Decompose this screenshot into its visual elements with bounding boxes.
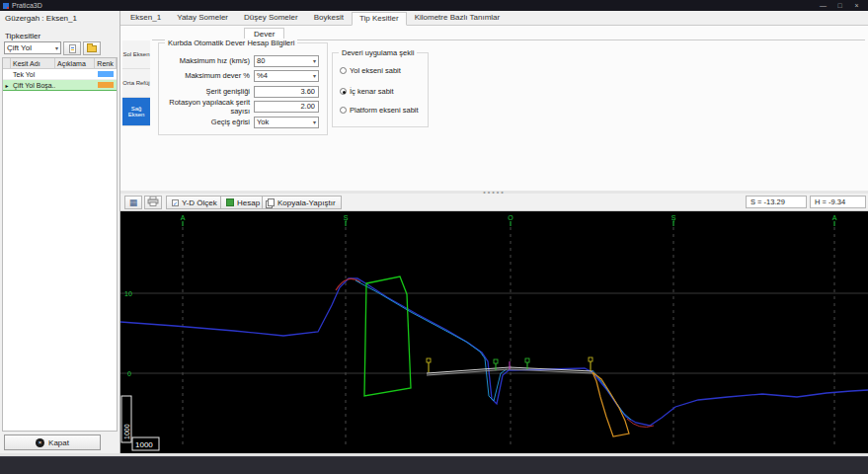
cut-slope-left bbox=[355, 280, 507, 401]
field-label-lane-width: Şerit genişliği bbox=[163, 87, 254, 96]
kapat-label: Kapat bbox=[48, 438, 69, 447]
marker-label: A bbox=[181, 214, 186, 221]
v-scale-label: 1000 bbox=[123, 424, 130, 439]
yd-scale-toggle[interactable]: ✓ Y-D Ölçek bbox=[166, 196, 223, 209]
sidenav-sag-eksen[interactable]: Sağ Eksen bbox=[122, 98, 150, 126]
y-axis-label-10: 10 bbox=[124, 290, 132, 297]
window-controls: — □ × bbox=[815, 2, 865, 9]
lane-marker-flag bbox=[525, 358, 529, 362]
grid-view-button[interactable]: ▦ bbox=[124, 196, 142, 209]
app-logo-icon bbox=[3, 3, 9, 9]
document-icon bbox=[69, 44, 76, 53]
s-value-box: S = -13.29 bbox=[746, 196, 807, 208]
copy-paste-label: Kopyala-Yapıştır bbox=[277, 198, 336, 207]
tab-boykesit[interactable]: Boykesit bbox=[306, 11, 352, 25]
row-selector-icon: ▸ bbox=[5, 83, 8, 89]
yd-scale-label: Y-D Ölçek bbox=[182, 198, 217, 207]
taskbar[interactable] bbox=[0, 456, 868, 474]
lane-width-input[interactable] bbox=[254, 86, 319, 98]
tipkesitler-label: Tipkesitler bbox=[5, 32, 40, 40]
checkbox-icon: ✓ bbox=[172, 199, 179, 206]
scale-indicators: 1000 1000 bbox=[121, 396, 159, 450]
marker-label: Ş bbox=[671, 214, 676, 222]
lane-edge-flag bbox=[427, 358, 431, 362]
section-table: Kesit Adı Açıklama Renk Tek Yol ▸ Çift Y… bbox=[2, 57, 118, 432]
chevron-down-icon: ▾ bbox=[313, 118, 316, 125]
table-row-selected[interactable]: ▸ Çift Yol Boşa... bbox=[3, 80, 117, 91]
chevron-down-icon: ▾ bbox=[313, 72, 316, 79]
radio-label: Platform ekseni sabit bbox=[350, 106, 419, 115]
col-aciklama: Açıklama bbox=[55, 58, 95, 68]
minimize-button[interactable]: — bbox=[815, 2, 831, 9]
group-title: Kurbda Otomatik Dever Hesap Bilgileri bbox=[165, 39, 297, 47]
main-tabbar: Eksen_1 Yatay Someler Düşey Someler Boyk… bbox=[120, 11, 868, 26]
sidenav-sol-eksen[interactable]: Sol Eksen bbox=[122, 40, 150, 69]
copy-icon bbox=[268, 198, 275, 206]
type-select[interactable]: Çift Yol ▾ bbox=[4, 41, 61, 54]
h-value-box: H = -9.34 bbox=[810, 196, 866, 208]
radio-yol-ekseni-sabit[interactable]: Yol ekseni sabit bbox=[340, 66, 401, 75]
calculator-icon bbox=[226, 198, 234, 206]
transition-curve-select[interactable]: Yok ▾ bbox=[254, 117, 319, 128]
maximize-button[interactable]: □ bbox=[831, 2, 848, 9]
max-speed-select[interactable]: 80 ▾ bbox=[254, 55, 319, 67]
radio-icon bbox=[340, 67, 347, 74]
cross-section-canvas[interactable]: A Ş O Ş A 10 0 bbox=[120, 211, 868, 453]
selector-header bbox=[3, 58, 11, 68]
y-axis-label-0: 0 bbox=[127, 370, 131, 377]
tab-yatay-someler[interactable]: Yatay Someler bbox=[169, 11, 236, 25]
table-grid-icon: ▦ bbox=[129, 198, 138, 207]
color-swatch bbox=[98, 82, 114, 88]
lane-marker-flag bbox=[494, 359, 498, 363]
max-dever-value: %4 bbox=[257, 71, 268, 80]
chevron-down-icon: ▾ bbox=[55, 44, 58, 51]
tab-kilometre-bazli[interactable]: Kilometre Bazlı Tanımlar bbox=[407, 11, 509, 25]
open-folder-button[interactable] bbox=[83, 41, 101, 55]
row-desc bbox=[55, 80, 95, 90]
marker-label: Ş bbox=[344, 214, 349, 222]
radio-platform-ekseni-sabit[interactable]: Platform ekseni sabit bbox=[340, 106, 419, 115]
title-bar: Pratica3D — □ × bbox=[0, 0, 868, 11]
max-speed-value: 80 bbox=[257, 56, 265, 65]
kapat-button[interactable]: × Kapat bbox=[4, 434, 101, 450]
printer-icon bbox=[147, 197, 159, 206]
sidenav-orta-refuj[interactable]: Orta Refüj bbox=[122, 69, 150, 98]
radio-label: Yol ekseni sabit bbox=[350, 66, 401, 75]
cross-section-svg[interactable]: A Ş O Ş A 10 0 bbox=[120, 211, 868, 453]
col-renk: Renk bbox=[95, 58, 117, 68]
axis-side-nav: Sol Eksen Orta Refüj Sağ Eksen bbox=[122, 40, 150, 126]
row-desc bbox=[55, 69, 95, 79]
close-button[interactable]: × bbox=[848, 2, 865, 9]
copy-paste-button[interactable]: Kopyala-Yapıştır bbox=[262, 196, 342, 209]
lane-edge-flag bbox=[589, 357, 592, 361]
field-label-max-speed: Maksimum hız (km/s) bbox=[163, 56, 254, 65]
hesap-button[interactable]: Hesap bbox=[220, 196, 266, 209]
edit-section-button[interactable] bbox=[63, 41, 81, 55]
tab-tip-kesitler[interactable]: Tip Kesitler bbox=[352, 12, 407, 26]
folder-icon bbox=[87, 45, 97, 52]
type-select-value: Çift Yol bbox=[7, 43, 32, 52]
app-window: Pratica3D — □ × Güzergah : Eksen_1 Tipke… bbox=[0, 0, 868, 474]
field-label-transition-curve: Geçiş eğrisi bbox=[163, 118, 254, 126]
close-circle-icon: × bbox=[36, 438, 44, 447]
type-row: Çift Yol ▾ bbox=[4, 41, 101, 55]
tab-eksen1[interactable]: Eksen_1 bbox=[122, 11, 169, 25]
grid-lines bbox=[120, 227, 868, 448]
window-title: Pratica3D bbox=[12, 2, 42, 9]
tip-kesitler-content: Dever Sol Eksen Orta Refüj Sağ Eksen Kur… bbox=[120, 26, 868, 191]
radio-checked-icon bbox=[340, 88, 347, 95]
main-area: Eksen_1 Yatay Someler Düşey Someler Boyk… bbox=[120, 11, 868, 453]
max-dever-select[interactable]: %4 ▾ bbox=[254, 70, 319, 82]
field-label-rotation-lanes: Rotasyon yapılacak şerit sayısı bbox=[163, 98, 254, 116]
tab-dusey-someler[interactable]: Düşey Someler bbox=[236, 11, 306, 25]
print-button[interactable] bbox=[144, 196, 162, 209]
row-name: Çift Yol Boşa... bbox=[11, 80, 55, 90]
radio-label: İç kenar sabit bbox=[350, 87, 394, 96]
station-markers: A Ş O Ş A bbox=[181, 214, 837, 226]
terrain-line bbox=[120, 278, 868, 426]
radio-ic-kenar-sabit[interactable]: İç kenar sabit bbox=[340, 87, 394, 96]
design-polygon-green bbox=[364, 276, 411, 396]
table-row[interactable]: Tek Yol bbox=[3, 69, 117, 80]
radio-icon bbox=[340, 107, 347, 114]
rotation-lanes-input[interactable] bbox=[254, 101, 319, 113]
